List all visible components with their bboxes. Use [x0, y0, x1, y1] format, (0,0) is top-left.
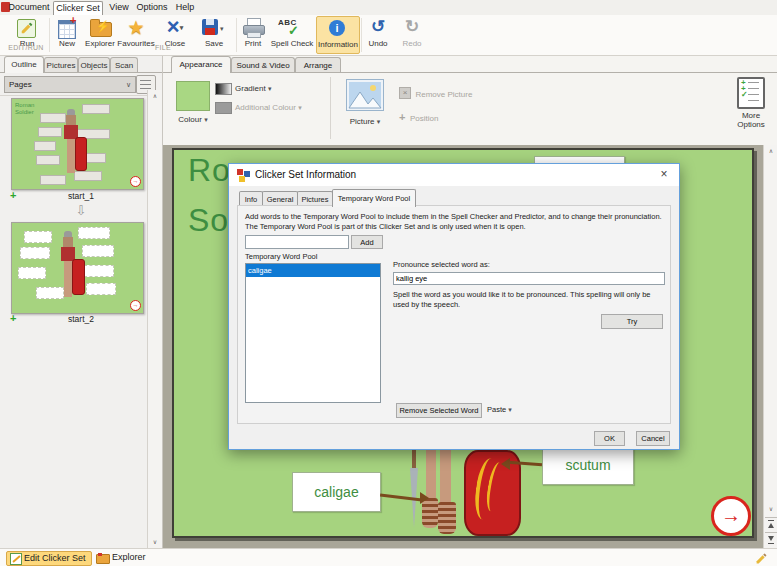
group-label-edit-run: EDIT/RUN [4, 44, 48, 51]
pronounce-input[interactable] [393, 272, 665, 285]
scroll-up-button[interactable]: ∧ [764, 145, 777, 157]
menu-view[interactable]: View [106, 1, 132, 14]
check-icon: ✓ [288, 23, 299, 38]
menu-document[interactable]: Document [8, 1, 50, 14]
ribbon-content: Colour ▾ Gradient ▾ Additional Colour ▾ [163, 72, 777, 145]
add-word-input[interactable] [245, 235, 349, 249]
tab-pictures[interactable]: Pictures [44, 57, 78, 73]
dialog-titlebar: Clicker Set Information × [229, 164, 679, 186]
page-thumbnail-start-1[interactable]: Roman Soldier → [11, 98, 144, 190]
dialog-title: Clicker Set Information [255, 169, 356, 180]
colour-swatch[interactable] [176, 81, 210, 111]
caligae-label: caligae [314, 484, 358, 500]
notes-pencil-icon[interactable] [755, 552, 768, 565]
canvas-cell-scutum[interactable]: scutum [542, 445, 634, 485]
cancel-button[interactable]: Cancel [636, 431, 670, 446]
spell-check-button[interactable]: ABC ✓ Spell Check [268, 16, 316, 52]
colour-label: Colour [178, 115, 202, 124]
thumbnail-label-box [24, 231, 52, 243]
tab-scan[interactable]: Scan [110, 57, 138, 73]
new-button[interactable]: + New [50, 16, 84, 52]
undo-button[interactable]: ↺ Undo [362, 16, 394, 52]
try-button[interactable]: Try [601, 314, 663, 329]
picture-label-row: Picture ▾ [345, 117, 385, 126]
close-icon: × [660, 167, 667, 181]
close-glyph: × [167, 14, 180, 39]
colour-dropdown[interactable]: Colour ▾ [173, 115, 213, 124]
more-options-button[interactable]: + + ✓ More Options [729, 77, 773, 129]
menu-options[interactable]: Options [135, 1, 169, 14]
picture-icon [346, 79, 384, 111]
info-circle: i [329, 20, 345, 36]
status-bar: Edit Clicker Set Explorer [0, 548, 777, 566]
word-pool-listbox[interactable]: caligae [245, 263, 381, 403]
thumbnail-label-box [86, 283, 116, 295]
logo-square-red [237, 169, 243, 175]
menu-help[interactable]: Help [172, 1, 198, 14]
tab-objects[interactable]: Objects [78, 57, 110, 73]
remove-picture-button[interactable]: × Remove Picture [399, 83, 472, 101]
group-label-file: FILE [140, 44, 186, 51]
scroll-up-button[interactable]: ∧ [148, 90, 162, 102]
workspace-scrollbar[interactable]: ∧ ∨ [763, 145, 777, 548]
panel-scrollbar[interactable]: ∧ ∨ [147, 90, 162, 548]
save-button[interactable]: ▾ Save [194, 16, 234, 52]
explorer-button[interactable]: ⚡ Explorer [84, 16, 116, 52]
thumbnail-label-box [18, 267, 46, 279]
ribbon-tab-arrange[interactable]: Arrange [295, 57, 341, 73]
more-options-lines [748, 82, 759, 102]
remove-picture-label: Remove Picture [415, 90, 472, 99]
information-icon: i [317, 18, 359, 40]
gradient-dropdown[interactable]: Gradient ▾ [235, 84, 271, 93]
previous-page-scroll-button[interactable] [765, 517, 777, 532]
information-button[interactable]: i Information [316, 16, 360, 54]
dialog-description-line2: The Temporary Word Pool is part of this … [245, 222, 526, 231]
caligae-arrow-head [420, 492, 429, 504]
dialog-description-line1: Add words to the Temporary Word Pool to … [245, 212, 662, 221]
explorer-folder-icon [96, 554, 110, 564]
edit-clicker-set-mode-button[interactable]: Edit Clicker Set [6, 551, 92, 566]
chevron-down-icon: ▾ [268, 85, 272, 92]
page-up-icon [768, 523, 774, 528]
chevron-down-icon: ▾ [298, 104, 302, 111]
printer-tray [247, 32, 261, 38]
word-pool-list-item[interactable]: caligae [246, 264, 380, 277]
explorer-mode-button[interactable]: Explorer [96, 551, 146, 564]
print-button[interactable]: Print [238, 16, 268, 52]
ribbon-tab-appearance[interactable]: Appearance [171, 56, 231, 73]
ok-button[interactable]: OK [594, 431, 625, 446]
clicker-set-information-dialog: Clicker Set Information × Info General P… [228, 163, 680, 450]
pronounce-help-text: Spell the word as you would like it to b… [393, 290, 665, 309]
list-view-icon [140, 80, 151, 89]
dialog-tab-temporary-word-pool[interactable]: Temporary Word Pool [332, 189, 416, 207]
menu-clicker-set[interactable]: Clicker Set [53, 1, 103, 15]
next-page-button[interactable]: → [711, 496, 751, 536]
more-options-icon: + + ✓ [737, 77, 765, 109]
pages-dropdown[interactable]: Pages ∨ [4, 76, 136, 93]
add-button[interactable]: Add [351, 235, 383, 249]
scroll-down-button[interactable]: ∨ [764, 503, 777, 515]
scroll-down-icon: ∨ [153, 539, 157, 545]
remove-selected-word-button[interactable]: Remove Selected Word [396, 403, 482, 418]
page-down-bar [768, 543, 774, 544]
undo-icon: ↺ [362, 17, 394, 39]
redo-button[interactable]: ↻ Redo [396, 16, 428, 52]
position-button[interactable]: + Position [399, 107, 438, 125]
undo-glyph: ↺ [371, 17, 385, 36]
thumbnail-label-box [78, 227, 110, 239]
dialog-close-button[interactable]: × [653, 165, 675, 183]
additional-colour-dropdown[interactable]: Additional Colour ▾ [235, 103, 302, 112]
picture-dropdown[interactable]: Picture ▾ [345, 79, 385, 126]
thumbnail-label-box [84, 265, 114, 277]
canvas-cell-caligae[interactable]: caligae [292, 472, 381, 512]
tab-outline[interactable]: Outline [4, 56, 44, 73]
thumbnail-label-box [40, 175, 66, 185]
paste-label: Paste [487, 405, 506, 414]
page-thumbnail-start-2[interactable]: → [11, 222, 144, 314]
thumbnail-label-box [82, 104, 110, 114]
paste-dropdown[interactable]: Paste ▾ [487, 405, 512, 414]
ribbon-tab-sound-video[interactable]: Sound & Video [231, 57, 295, 73]
next-page-scroll-button[interactable] [765, 532, 777, 547]
scroll-down-button[interactable]: ∨ [148, 536, 162, 548]
close-icon: ×▾ [156, 17, 194, 39]
